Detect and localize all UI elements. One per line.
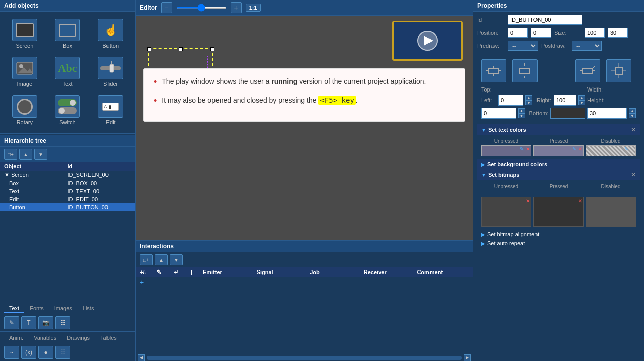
- bitmap-unpressed[interactable]: ✕: [481, 197, 531, 227]
- tab-icon-fonts[interactable]: T: [21, 316, 36, 329]
- right-panel: Properties Id Position: Size: Predraw: -…: [473, 0, 644, 361]
- add-rotary-item[interactable]: Rotary: [4, 92, 45, 128]
- right-input[interactable]: [554, 95, 576, 106]
- unpressed-color-edit[interactable]: ✎: [520, 146, 524, 152]
- bottom-value-input[interactable]: [481, 108, 516, 119]
- tab-variables[interactable]: Variables: [29, 334, 61, 343]
- interactions-up-btn[interactable]: ▲: [155, 254, 168, 265]
- layout-icon-3[interactable]: [575, 59, 600, 82]
- add-edit-item[interactable]: AI▮ Edit: [90, 92, 131, 128]
- add-screen-item[interactable]: Screen: [4, 16, 45, 52]
- bottom-val-spin-up[interactable]: ▲: [518, 108, 525, 113]
- bottom-input[interactable]: [550, 108, 585, 119]
- unpressed-color-remove[interactable]: ✕: [526, 146, 530, 152]
- id-input[interactable]: [508, 15, 582, 25]
- pressed-color-swatch[interactable]: ✕ ✎: [533, 145, 584, 156]
- bottom-tabs-row1: Text Fonts Images Lists: [0, 302, 135, 314]
- bitmap-disabled[interactable]: [586, 197, 636, 227]
- resize-handle-tr[interactable]: [210, 47, 214, 51]
- tab-anim[interactable]: Anim.: [4, 334, 28, 343]
- resize-handle-tl[interactable]: [147, 47, 151, 51]
- set-bitmap-alignment-row[interactable]: ▶ Set bitmap alignment: [477, 230, 640, 239]
- pressed-color-edit[interactable]: ✎: [572, 146, 576, 152]
- bitmap-pressed[interactable]: ✕: [533, 197, 584, 227]
- pressed-color-remove[interactable]: ✕: [578, 146, 582, 152]
- layout-icon-4[interactable]: [606, 59, 631, 82]
- tab-tables2[interactable]: Tables: [95, 334, 122, 343]
- tab-icon-images[interactable]: 📷: [38, 316, 53, 329]
- disabled-color-edit[interactable]: ✎: [624, 146, 628, 152]
- tree-row-edit[interactable]: Edit ID_EDIT_00: [0, 195, 135, 203]
- size-height-input[interactable]: [608, 28, 628, 38]
- interactions-add-row[interactable]: +: [136, 277, 473, 287]
- tab-icon-variables[interactable]: (x): [21, 346, 36, 359]
- unpressed-color-swatch[interactable]: ✕ ✎: [481, 145, 531, 156]
- right-spin-up[interactable]: ▲: [578, 95, 585, 100]
- position-y-input[interactable]: [531, 28, 551, 38]
- set-auto-repeat-row[interactable]: ▶ Set auto repeat: [477, 239, 640, 248]
- zoom-in-button[interactable]: +: [231, 2, 242, 13]
- tree-edit-object: Edit: [4, 196, 68, 202]
- height-input[interactable]: [587, 108, 627, 119]
- bitmap-unpressed-remove[interactable]: ✕: [526, 198, 530, 204]
- tab-icon-tables2[interactable]: ☷: [55, 346, 70, 359]
- bitmaps-close[interactable]: ✕: [631, 171, 636, 178]
- tree-add-button[interactable]: □+: [4, 149, 17, 160]
- tab-drawings[interactable]: Drawings: [62, 334, 95, 343]
- add-image-item[interactable]: Image: [4, 54, 45, 90]
- right-spin-down[interactable]: ▼: [578, 100, 585, 105]
- play-button[interactable]: [417, 31, 438, 51]
- left-spin-up[interactable]: ▲: [525, 95, 532, 100]
- layout-icon-2[interactable]: [512, 59, 538, 82]
- tab-icon-text[interactable]: ✎: [4, 316, 19, 329]
- tab-text[interactable]: Text: [4, 304, 24, 313]
- set-bg-colors-section[interactable]: ▶ Set background colors: [477, 159, 640, 169]
- add-text-item[interactable]: Abc Text: [47, 54, 88, 90]
- add-slider-item[interactable]: Slider: [90, 54, 131, 90]
- tree-row-button[interactable]: Button ID_BUTTON_00: [0, 203, 135, 211]
- tab-lists[interactable]: Lists: [78, 304, 99, 313]
- disabled-color-swatch[interactable]: ✎: [586, 145, 636, 156]
- left-input[interactable]: [498, 95, 523, 106]
- interactions-add-btn[interactable]: □+: [140, 254, 153, 265]
- tree-row-screen[interactable]: ▼ Screen ID_SCREEN_00: [0, 171, 135, 179]
- text-colors-close[interactable]: ✕: [631, 126, 636, 133]
- add-box-item[interactable]: Box: [47, 16, 88, 52]
- height-spin-down[interactable]: ▼: [629, 113, 636, 118]
- add-switch-item[interactable]: Switch: [47, 92, 88, 128]
- tab-icon-anim[interactable]: ~: [4, 346, 19, 359]
- layout-icon-1[interactable]: [481, 59, 506, 82]
- add-button-item[interactable]: ☝ Button: [90, 16, 131, 52]
- set-text-colors-section[interactable]: ▼ Set text colors ✕: [477, 124, 640, 135]
- editor-canvas[interactable]: The play window shows the user a running…: [136, 16, 473, 240]
- postdraw-select[interactable]: --: [572, 41, 602, 51]
- tab-icon-drawings[interactable]: ●: [38, 346, 53, 359]
- left-spin-down[interactable]: ▼: [525, 100, 532, 105]
- horizontal-scrollbar[interactable]: ◀ ▶: [136, 354, 473, 361]
- scroll-right-arrow[interactable]: ▶: [464, 354, 471, 362]
- interactions-down-btn[interactable]: ▼: [170, 254, 183, 265]
- predraw-select[interactable]: --: [508, 41, 538, 51]
- predraw-label: Predraw:: [477, 43, 505, 49]
- tree-row-text[interactable]: Text ID_TEXT_00: [0, 187, 135, 195]
- size-width-input[interactable]: [585, 28, 605, 38]
- tab-fonts[interactable]: Fonts: [25, 304, 49, 313]
- tree-up-button[interactable]: ▲: [19, 149, 32, 160]
- play-window[interactable]: [392, 21, 463, 61]
- height-spin-up[interactable]: ▲: [629, 108, 636, 113]
- tab-images[interactable]: Images: [49, 304, 77, 313]
- set-bitmaps-section[interactable]: ▼ Set bitmaps ✕: [477, 169, 640, 180]
- bitmaps-disabled-header: Disabled: [586, 184, 636, 189]
- scroll-left-arrow[interactable]: ◀: [138, 354, 145, 362]
- resize-handle-tm[interactable]: [179, 47, 183, 51]
- properties-body: Id Position: Size: Predraw: -- Postdraw:…: [473, 12, 644, 361]
- tree-down-button[interactable]: ▼: [34, 149, 47, 160]
- bitmap-pressed-remove[interactable]: ✕: [578, 198, 582, 204]
- bottom-val-spin-down[interactable]: ▼: [518, 113, 525, 118]
- zoom-slider[interactable]: [176, 7, 227, 9]
- tab-icon-tables[interactable]: ☷: [55, 316, 70, 329]
- tree-row-box[interactable]: Box ID_BOX_00: [0, 179, 135, 187]
- zoom-out-button[interactable]: −: [161, 2, 172, 13]
- scroll-track[interactable]: [147, 356, 462, 360]
- position-x-input[interactable]: [508, 28, 528, 38]
